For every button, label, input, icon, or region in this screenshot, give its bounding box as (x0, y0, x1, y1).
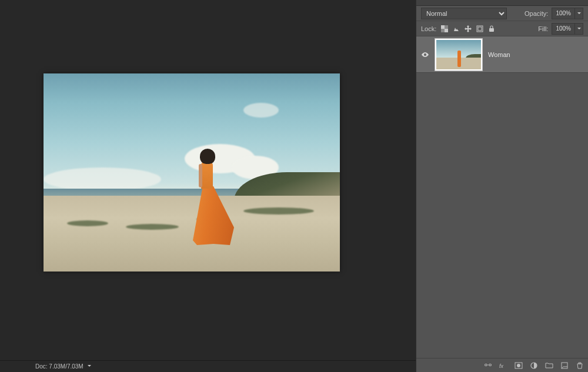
document-canvas[interactable] (44, 73, 340, 272)
svg-rect-5 (478, 27, 482, 31)
add-mask-icon[interactable] (514, 361, 523, 370)
layer-list[interactable]: Woman (416, 36, 588, 358)
prevent-artboard-nesting-icon[interactable] (475, 24, 485, 33)
layers-panel-footer: fx (416, 358, 588, 372)
image-cloud (44, 167, 161, 191)
status-flyout-icon[interactable] (87, 363, 92, 370)
layer-thumbnail[interactable] (435, 39, 482, 71)
lock-image-pixels-icon[interactable] (452, 24, 461, 33)
svg-rect-3 (441, 29, 445, 32)
layer-row[interactable]: Woman (416, 36, 588, 73)
image-vegetation (67, 220, 108, 226)
lock-position-icon[interactable] (463, 24, 473, 33)
adjustment-layer-icon[interactable] (529, 361, 539, 370)
blend-mode-select[interactable]: Normal (421, 8, 507, 19)
visibility-eye-icon[interactable] (421, 51, 429, 59)
panel-tab-strip[interactable] (416, 0, 588, 6)
svg-rect-1 (445, 29, 448, 32)
svg-rect-2 (445, 25, 448, 29)
opacity-value: 100% (552, 10, 574, 16)
chevron-down-icon[interactable] (574, 8, 583, 19)
lock-transparent-pixels-icon[interactable] (440, 24, 449, 33)
chevron-down-icon[interactable] (574, 24, 583, 34)
new-group-icon[interactable] (544, 361, 554, 370)
fill-field[interactable]: 100% (552, 23, 583, 35)
lock-all-icon[interactable] (487, 24, 496, 33)
image-figure (187, 149, 222, 247)
document-status-text: Doc: 7.03M/7.03M (35, 363, 83, 370)
link-layers-icon[interactable] (483, 361, 493, 370)
lock-label: Lock: (421, 25, 436, 32)
layers-panel: Normal Opacity: 100% Lock: Fill: 100% (416, 0, 588, 372)
image-vegetation (243, 207, 314, 215)
image-cloud (243, 103, 279, 118)
layer-name[interactable]: Woman (488, 51, 510, 58)
fill-value: 100% (552, 25, 574, 32)
image-vegetation (126, 224, 179, 230)
canvas-area[interactable]: Doc: 7.03M/7.03M (0, 0, 416, 372)
document-status-bar: Doc: 7.03M/7.03M (0, 360, 416, 372)
svg-point-9 (517, 364, 520, 367)
lock-fill-row: Lock: Fill: 100% (416, 21, 588, 36)
lock-icon-group (440, 24, 496, 33)
blend-opacity-row: Normal Opacity: 100% (416, 6, 588, 21)
layer-effects-icon[interactable]: fx (499, 361, 508, 370)
fill-label: Fill: (538, 25, 548, 32)
svg-rect-6 (489, 28, 494, 32)
svg-text:fx: fx (499, 363, 504, 369)
new-layer-icon[interactable] (560, 361, 569, 370)
svg-rect-0 (441, 25, 445, 29)
opacity-field[interactable]: 100% (552, 8, 583, 19)
opacity-label: Opacity: (524, 10, 548, 17)
delete-layer-icon[interactable] (575, 361, 584, 370)
